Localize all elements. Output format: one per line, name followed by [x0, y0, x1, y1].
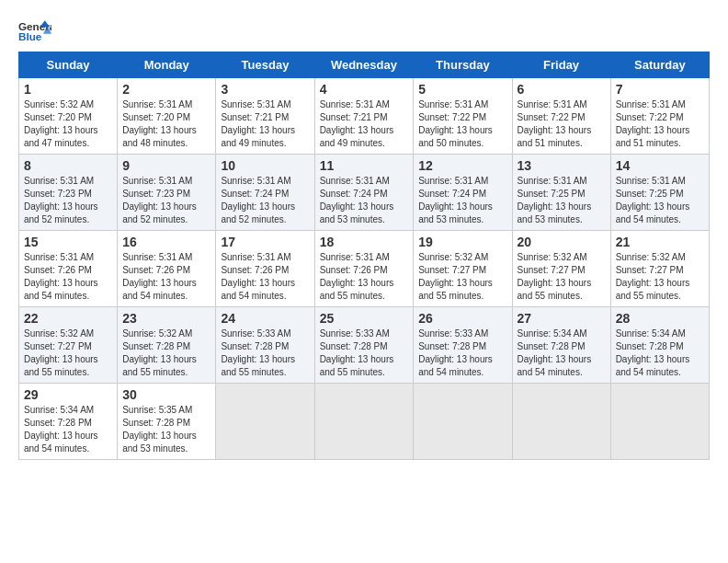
calendar-cell: 5Sunrise: 5:31 AMSunset: 7:22 PMDaylight…: [414, 78, 512, 155]
day-number: 6: [518, 82, 606, 97]
calendar-cell: 12Sunrise: 5:31 AMSunset: 7:24 PMDayligh…: [414, 155, 512, 231]
day-info: Sunrise: 5:31 AMSunset: 7:24 PMDaylight:…: [320, 175, 409, 226]
day-info: Sunrise: 5:32 AMSunset: 7:27 PMDaylight:…: [518, 251, 606, 303]
calendar-cell: 27Sunrise: 5:34 AMSunset: 7:28 PMDayligh…: [512, 307, 610, 384]
calendar-cell: 8Sunrise: 5:31 AMSunset: 7:23 PMDaylight…: [19, 155, 118, 231]
calendar-cell: [216, 384, 314, 460]
day-info: Sunrise: 5:33 AMSunset: 7:28 PMDaylight:…: [320, 327, 409, 379]
calendar-week-row: 22Sunrise: 5:32 AMSunset: 7:27 PMDayligh…: [19, 307, 710, 384]
calendar-cell: 18Sunrise: 5:31 AMSunset: 7:26 PMDayligh…: [314, 231, 414, 307]
day-info: Sunrise: 5:31 AMSunset: 7:22 PMDaylight:…: [616, 98, 704, 150]
day-number: 19: [418, 235, 506, 249]
day-number: 28: [616, 311, 704, 326]
calendar-cell: 10Sunrise: 5:31 AMSunset: 7:24 PMDayligh…: [216, 155, 314, 231]
calendar-cell: 25Sunrise: 5:33 AMSunset: 7:28 PMDayligh…: [314, 307, 414, 384]
day-number: 9: [122, 158, 210, 173]
calendar-cell: [314, 384, 414, 460]
calendar-cell: 6Sunrise: 5:31 AMSunset: 7:22 PMDaylight…: [512, 78, 610, 155]
logo: General Blue: [18, 18, 51, 44]
day-info: Sunrise: 5:32 AMSunset: 7:27 PMDaylight:…: [616, 251, 704, 303]
day-info: Sunrise: 5:32 AMSunset: 7:27 PMDaylight:…: [418, 251, 506, 303]
day-info: Sunrise: 5:32 AMSunset: 7:20 PMDaylight:…: [24, 98, 112, 150]
day-info: Sunrise: 5:31 AMSunset: 7:21 PMDaylight:…: [320, 98, 409, 150]
calendar-cell: 14Sunrise: 5:31 AMSunset: 7:25 PMDayligh…: [610, 155, 709, 231]
day-info: Sunrise: 5:34 AMSunset: 7:28 PMDaylight:…: [616, 327, 704, 379]
day-number: 11: [320, 158, 409, 173]
calendar-table: SundayMondayTuesdayWednesdayThursdayFrid…: [18, 52, 710, 460]
calendar-cell: 3Sunrise: 5:31 AMSunset: 7:21 PMDaylight…: [216, 78, 314, 155]
day-number: 29: [24, 387, 112, 402]
calendar-cell: [610, 384, 709, 460]
day-number: 14: [616, 158, 704, 173]
day-number: 16: [122, 235, 210, 249]
day-number: 17: [221, 235, 309, 249]
day-info: Sunrise: 5:31 AMSunset: 7:24 PMDaylight:…: [418, 175, 506, 226]
day-number: 12: [418, 158, 506, 173]
calendar-week-row: 29Sunrise: 5:34 AMSunset: 7:28 PMDayligh…: [19, 384, 710, 460]
logo-icon: General Blue: [18, 18, 51, 44]
calendar-cell: 15Sunrise: 5:31 AMSunset: 7:26 PMDayligh…: [19, 231, 118, 307]
calendar-cell: 23Sunrise: 5:32 AMSunset: 7:28 PMDayligh…: [118, 307, 216, 384]
day-number: 1: [24, 82, 112, 97]
calendar-cell: 21Sunrise: 5:32 AMSunset: 7:27 PMDayligh…: [610, 231, 709, 307]
calendar-cell: 7Sunrise: 5:31 AMSunset: 7:22 PMDaylight…: [610, 78, 709, 155]
day-info: Sunrise: 5:31 AMSunset: 7:20 PMDaylight:…: [122, 98, 210, 150]
day-number: 10: [221, 158, 309, 173]
day-info: Sunrise: 5:34 AMSunset: 7:28 PMDaylight:…: [518, 327, 606, 379]
calendar-cell: 19Sunrise: 5:32 AMSunset: 7:27 PMDayligh…: [414, 231, 512, 307]
calendar-cell: 22Sunrise: 5:32 AMSunset: 7:27 PMDayligh…: [19, 307, 118, 384]
day-number: 3: [221, 82, 309, 97]
day-info: Sunrise: 5:31 AMSunset: 7:23 PMDaylight:…: [24, 175, 112, 226]
day-number: 13: [518, 158, 606, 173]
day-info: Sunrise: 5:34 AMSunset: 7:28 PMDaylight:…: [24, 404, 112, 455]
day-number: 24: [221, 311, 309, 326]
day-info: Sunrise: 5:31 AMSunset: 7:26 PMDaylight:…: [122, 251, 210, 303]
calendar-cell: 30Sunrise: 5:35 AMSunset: 7:28 PMDayligh…: [118, 384, 216, 460]
calendar-cell: 24Sunrise: 5:33 AMSunset: 7:28 PMDayligh…: [216, 307, 314, 384]
calendar-week-row: 8Sunrise: 5:31 AMSunset: 7:23 PMDaylight…: [19, 155, 710, 231]
day-number: 25: [320, 311, 409, 326]
calendar-day-header: Saturday: [610, 52, 709, 78]
calendar-cell: 28Sunrise: 5:34 AMSunset: 7:28 PMDayligh…: [610, 307, 709, 384]
day-number: 7: [616, 82, 704, 97]
calendar-week-row: 1Sunrise: 5:32 AMSunset: 7:20 PMDaylight…: [19, 78, 710, 155]
calendar-header-row: SundayMondayTuesdayWednesdayThursdayFrid…: [19, 52, 710, 78]
day-number: 15: [24, 235, 112, 249]
day-number: 20: [518, 235, 606, 249]
calendar-cell: 13Sunrise: 5:31 AMSunset: 7:25 PMDayligh…: [512, 155, 610, 231]
day-number: 26: [418, 311, 506, 326]
calendar-cell: 2Sunrise: 5:31 AMSunset: 7:20 PMDaylight…: [118, 78, 216, 155]
header: General Blue: [18, 18, 710, 44]
day-info: Sunrise: 5:31 AMSunset: 7:26 PMDaylight:…: [320, 251, 409, 303]
svg-text:Blue: Blue: [18, 30, 42, 42]
calendar-day-header: Tuesday: [216, 52, 314, 78]
day-number: 30: [122, 387, 210, 402]
calendar-cell: 11Sunrise: 5:31 AMSunset: 7:24 PMDayligh…: [314, 155, 414, 231]
day-info: Sunrise: 5:31 AMSunset: 7:25 PMDaylight:…: [616, 175, 704, 226]
day-info: Sunrise: 5:31 AMSunset: 7:26 PMDaylight:…: [221, 251, 309, 303]
day-info: Sunrise: 5:35 AMSunset: 7:28 PMDaylight:…: [122, 404, 210, 455]
day-number: 27: [518, 311, 606, 326]
day-info: Sunrise: 5:31 AMSunset: 7:25 PMDaylight:…: [518, 175, 606, 226]
day-info: Sunrise: 5:32 AMSunset: 7:28 PMDaylight:…: [122, 327, 210, 379]
day-info: Sunrise: 5:31 AMSunset: 7:22 PMDaylight:…: [418, 98, 506, 150]
calendar-day-header: Friday: [512, 52, 610, 78]
calendar-day-header: Thursday: [414, 52, 512, 78]
day-number: 22: [24, 311, 112, 326]
calendar-cell: 9Sunrise: 5:31 AMSunset: 7:23 PMDaylight…: [118, 155, 216, 231]
day-info: Sunrise: 5:32 AMSunset: 7:27 PMDaylight:…: [24, 327, 112, 379]
calendar-cell: 17Sunrise: 5:31 AMSunset: 7:26 PMDayligh…: [216, 231, 314, 307]
day-number: 5: [418, 82, 506, 97]
calendar-cell: [512, 384, 610, 460]
day-number: 2: [122, 82, 210, 97]
day-info: Sunrise: 5:31 AMSunset: 7:22 PMDaylight:…: [518, 98, 606, 150]
day-info: Sunrise: 5:31 AMSunset: 7:23 PMDaylight:…: [122, 175, 210, 226]
day-info: Sunrise: 5:31 AMSunset: 7:24 PMDaylight:…: [221, 175, 309, 226]
calendar-cell: 4Sunrise: 5:31 AMSunset: 7:21 PMDaylight…: [314, 78, 414, 155]
day-number: 4: [320, 82, 409, 97]
day-info: Sunrise: 5:31 AMSunset: 7:26 PMDaylight:…: [24, 251, 112, 303]
calendar-cell: 29Sunrise: 5:34 AMSunset: 7:28 PMDayligh…: [19, 384, 118, 460]
calendar-cell: 16Sunrise: 5:31 AMSunset: 7:26 PMDayligh…: [118, 231, 216, 307]
calendar-cell: 26Sunrise: 5:33 AMSunset: 7:28 PMDayligh…: [414, 307, 512, 384]
day-number: 18: [320, 235, 409, 249]
